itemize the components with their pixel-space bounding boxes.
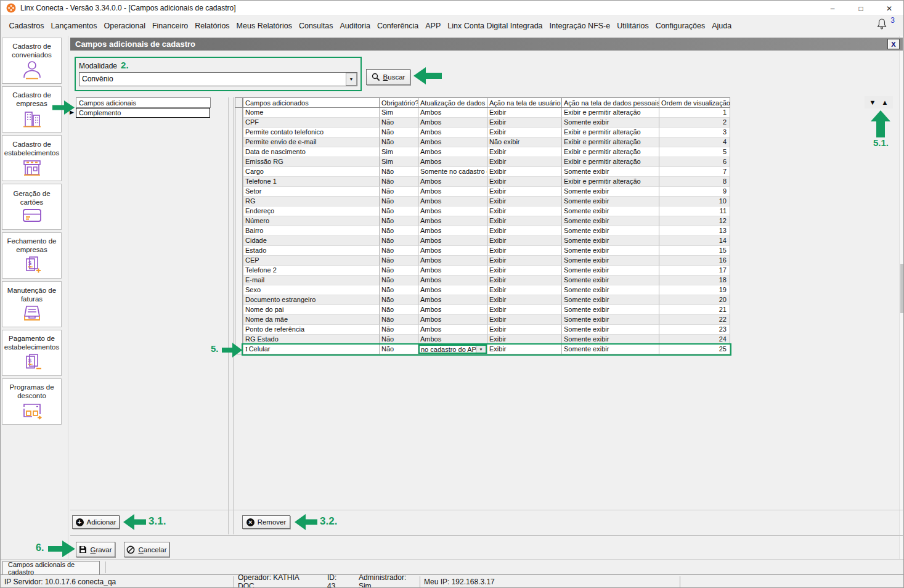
cell-atualizacao: Ambos (418, 147, 487, 157)
save-icon (79, 545, 87, 553)
table-row[interactable]: Setor Não Ambos Exibir Somente exibir 9 (243, 187, 730, 197)
menu-item[interactable]: Meus Relatórios (233, 19, 295, 33)
table-row[interactable]: Telefone 2 Não Ambos Exibir Somente exib… (243, 266, 730, 276)
table-row[interactable]: Cidade Não Ambos Exibir Somente exibir 1… (243, 236, 730, 246)
cell-atualizacao: Ambos (418, 128, 487, 137)
menu-item[interactable]: Linx Conta Digital Integrada (444, 19, 546, 33)
chevron-down-icon[interactable]: ▼ (346, 73, 357, 86)
table-row[interactable]: Emissão RG Sim Ambos Exibir Exibir e per… (243, 157, 730, 167)
table-row[interactable]: Nome do pai Não Ambos Exibir Somente exi… (243, 305, 730, 315)
table-row[interactable]: Permite contato telefonico Não Ambos Exi… (243, 128, 730, 137)
column-header[interactable]: Campos adicionados (243, 97, 380, 108)
column-header[interactable]: Ação na tela de dados pessoais (562, 97, 659, 108)
menu-item[interactable]: Lançamentos (47, 19, 100, 33)
tab-campos-adicionais[interactable]: Campos adicionais de cadastro (2, 561, 100, 574)
cell-campo: RG (243, 197, 380, 206)
left-list-item-complemento[interactable]: Complemento (76, 108, 210, 118)
move-down-button[interactable]: ▼ (869, 99, 876, 106)
table-row[interactable]: CEP Não Ambos Exibir Somente exibir 16 (243, 256, 730, 266)
notifications-area[interactable]: 3 (876, 18, 895, 34)
cell-ordem: 7 (659, 167, 730, 177)
cell-campo: RG Estado (243, 335, 380, 345)
maximize-button[interactable]: □ (847, 1, 875, 16)
table-row[interactable]: RG Não Ambos Exibir Somente exibir 10 (243, 197, 730, 206)
status-server: IP Servidor: 10.0.17.6 conecta_qa (1, 575, 234, 588)
splitter[interactable] (233, 97, 234, 534)
sidebar-item-programas-desconto[interactable]: Programas de desconto (2, 378, 62, 425)
table-row[interactable]: Bairro Não Ambos Exibir Somente exibir 1… (243, 226, 730, 236)
scrollbar-thumb[interactable] (900, 264, 903, 313)
cell-acao-dados: Somente exibir (562, 315, 659, 325)
table-row[interactable]: Ponto de referência Não Ambos Exibir Som… (243, 325, 730, 335)
table-row[interactable]: Endereço Não Ambos Exibir Somente exibir… (243, 206, 730, 216)
menu-item[interactable]: Configurações (652, 19, 709, 33)
menu-item[interactable]: Utilitários (614, 19, 652, 33)
table-row[interactable]: Telefone 1 Não Ambos Exibir Exibir e per… (243, 177, 730, 187)
cell-obrigatorio: Não (380, 285, 418, 295)
table-row[interactable]: Número Não Ambos Exibir Somente exibir 1… (243, 216, 730, 226)
cell-acao-dados: Somente exibir (562, 325, 659, 335)
chevron-down-icon[interactable]: ▼ (476, 346, 486, 353)
menu-item[interactable]: Relatórios (192, 19, 233, 33)
column-header[interactable]: Ordem de visualização (659, 97, 730, 108)
cell-ordem: 4 (659, 137, 730, 147)
table-row[interactable]: Nome da mãe Não Ambos Exibir Somente exi… (243, 315, 730, 325)
table-row[interactable]: Estado Não Ambos Exibir Somente exibir 1… (243, 246, 730, 256)
atualizacao-select[interactable]: no cadastro do APP ▼ (418, 345, 487, 354)
table-row[interactable]: Data de nascimento Sim Ambos Exibir Exib… (243, 147, 730, 157)
table-row[interactable]: Permite envio de e-mail Não Ambos Não ex… (243, 137, 730, 147)
menu-item[interactable]: Ajuda (709, 19, 735, 33)
sidebar-item-cadastro-estabelecimentos[interactable]: Cadastro de estabelecimentos (2, 135, 62, 181)
annotation-arrow-5 (222, 343, 242, 357)
sidebar-item-cadastro-conveniados[interactable]: Cadastro de conveniados (2, 38, 62, 84)
buscar-button[interactable]: Buscar (366, 69, 410, 85)
table-row[interactable]: CPF Não Ambos Exibir Somente exibir 2 (243, 118, 730, 128)
table-row[interactable]: Documento estrangeiro Não Ambos Exibir S… (243, 295, 730, 305)
table-row[interactable]: Cargo Não Somente no cadastro d Exibir S… (243, 167, 730, 177)
table-row[interactable]: RG Estado Não Ambos Exibir Somente exibi… (243, 335, 730, 345)
column-header[interactable]: Ação na tela de usuário (487, 97, 562, 108)
move-up-button[interactable]: ▲ (882, 99, 889, 106)
annotation-step-6: 6. (36, 542, 44, 553)
menu-item[interactable]: Conferência (373, 19, 421, 33)
sidebar-item-fechamento-empresas[interactable]: Fechamento de empresas $ (2, 232, 62, 279)
menu-item[interactable]: Cadastros (6, 19, 47, 33)
cell-ordem: 16 (659, 256, 730, 266)
gravar-button[interactable]: Gravar (76, 542, 115, 557)
minimize-button[interactable]: – (818, 1, 847, 16)
menu-item[interactable]: Integração NFS-e (546, 19, 614, 33)
remover-button[interactable]: × Remover (242, 515, 290, 529)
menu-item[interactable]: Operacional (100, 19, 149, 33)
cell-ordem: 20 (659, 295, 730, 305)
cell-acao-dados: Somente exibir (562, 276, 659, 285)
menu-item[interactable]: Financeiro (149, 19, 191, 33)
splitter[interactable] (228, 97, 229, 534)
modalidade-select[interactable]: Convênio ▼ (79, 72, 357, 86)
cancelar-button[interactable]: Cancelar (124, 542, 169, 557)
menu-item[interactable]: APP (422, 19, 444, 33)
table-row[interactable]: Nome Sim Ambos Exibir Exibir e permitir … (243, 108, 730, 118)
table-row[interactable]: E-mail Não Ambos Exibir Somente exibir 1… (243, 276, 730, 285)
cell-acao-usuario: Exibir (487, 325, 562, 335)
sidebar-item-pagamento-estabelecimentos[interactable]: Pagamento de estabelecimentos $ (2, 330, 62, 376)
menu-item[interactable]: Consultas (295, 19, 336, 33)
menu-item[interactable]: Auditoria (336, 19, 373, 33)
cell-ordem: 11 (659, 206, 730, 216)
annotation-arrow-empresas (52, 100, 75, 115)
sidebar-item-geracao-cartoes[interactable]: Geração de cartões (2, 184, 62, 230)
cell-obrigatorio: Não (380, 345, 418, 354)
tab-divider (105, 561, 106, 573)
close-button[interactable]: ✕ (875, 1, 903, 16)
cell-campo: Endereço (243, 206, 380, 216)
sidebar-item-manutencao-faturas[interactable]: Manutenção de faturas (2, 281, 62, 327)
cell-atualizacao: Ambos (418, 177, 487, 187)
sidebar-scrollbar[interactable] (899, 36, 903, 574)
table-row-selected-celular[interactable]: ICelular Não no cadastro do APP ▼ Exibir… (243, 345, 730, 354)
column-header[interactable]: Obrigatório? (380, 97, 418, 108)
status-admin: Administrador: Sim (359, 573, 419, 588)
cell-ordem: 1 (659, 108, 730, 118)
column-header[interactable]: Atualização de dados (418, 97, 487, 108)
adicionar-button[interactable]: + Adicionar (72, 515, 120, 529)
table-row[interactable]: Sexo Não Ambos Exibir Somente exibir 19 (243, 285, 730, 295)
panel-close-button[interactable]: X (887, 39, 900, 49)
